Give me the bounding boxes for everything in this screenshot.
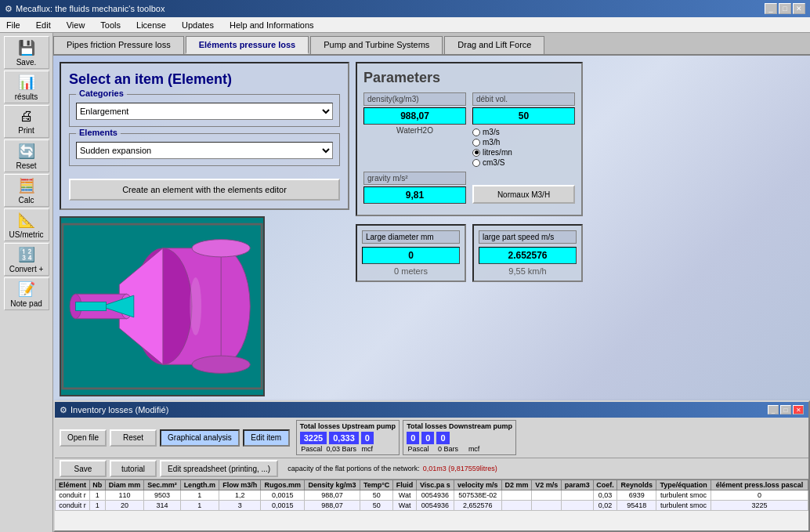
debit-label: débit vol. bbox=[472, 92, 575, 106]
gravity-label: gravity m/s² bbox=[363, 172, 466, 185]
menu-license[interactable]: License bbox=[133, 19, 169, 31]
large-speed-value[interactable]: 2.652576 bbox=[479, 247, 577, 264]
density-label: density(kg/m3) bbox=[363, 92, 466, 106]
radio-m3s[interactable]: m3/s bbox=[472, 128, 575, 136]
app-icon: ⚙ bbox=[5, 4, 13, 14]
sidebar-print[interactable]: 🖨 Print bbox=[4, 105, 49, 138]
col-coef: Coef. bbox=[593, 480, 617, 490]
radio-m3h-label: m3/h bbox=[483, 138, 500, 147]
menu-tools[interactable]: Tools bbox=[97, 19, 124, 31]
sidebar-notepad[interactable]: 📝 Note pad bbox=[4, 277, 49, 310]
menu-help[interactable]: Help and Informations bbox=[226, 19, 317, 31]
cell-param3-2 bbox=[561, 501, 593, 511]
bottom-reset-button[interactable]: Reset bbox=[110, 429, 157, 447]
large-diam-value[interactable]: 0 bbox=[362, 247, 460, 264]
upstream-val-2: 0,333 bbox=[329, 432, 359, 444]
radio-group: m3/s m3/h litres/mn bbox=[472, 128, 575, 167]
bottom-window: ⚙ Inventory losses (Modifié) _ □ ✕ Open … bbox=[53, 400, 810, 532]
cell-rugos-1: 0,0015 bbox=[261, 490, 305, 501]
cell-nb-2: 1 bbox=[89, 501, 105, 511]
debit-group: débit vol. 50 m3/s m3/h bbox=[472, 92, 575, 167]
maximize-btn[interactable]: □ bbox=[779, 3, 791, 14]
col-vel: velocity m/s bbox=[454, 480, 501, 490]
elements-group: Elements Sudden expansion bbox=[69, 133, 340, 166]
radio-litres-dot bbox=[472, 149, 480, 157]
radio-cm3[interactable]: cm3/S bbox=[472, 158, 575, 167]
downstream-losses-box: Total losses Downstream pump 0 0 0 Pasca… bbox=[403, 420, 516, 455]
graphical-analysis-button[interactable]: Graphical analysis bbox=[160, 429, 240, 447]
sidebar-save[interactable]: 💾 Save. bbox=[4, 36, 49, 69]
sidebar-usmetric[interactable]: 📐 US/metric bbox=[4, 208, 49, 241]
radio-cm3-dot bbox=[472, 159, 480, 167]
tab-drag[interactable]: Drag and Lift Force bbox=[444, 36, 544, 54]
downstream-unit-2: 0 Bars bbox=[432, 445, 464, 453]
sidebar-convert[interactable]: 🔢 Convert + bbox=[4, 243, 49, 276]
title-bar-controls[interactable]: _ □ ✕ bbox=[765, 3, 805, 14]
close-btn[interactable]: ✕ bbox=[793, 3, 805, 14]
radio-m3h[interactable]: m3/h bbox=[472, 138, 575, 147]
large-diam-label: Large diameter mm bbox=[362, 230, 460, 244]
edit-spreadsheet-button[interactable]: Edit spreadsheet (printing, ...) bbox=[160, 460, 278, 477]
tutorial-button[interactable]: tutorial bbox=[110, 460, 157, 477]
upstream-losses-box: Total losses Upstream pump 3225 0,333 0 … bbox=[296, 420, 400, 455]
upstream-units-row: Pascal 0,03 Bars mcf bbox=[300, 445, 396, 453]
sidebar-calc[interactable]: 🧮 Calc bbox=[4, 174, 49, 207]
cell-temp-1: 50 bbox=[360, 490, 393, 501]
tab-pump[interactable]: Pump and Turbine Systems bbox=[310, 36, 443, 54]
sidebar-reset[interactable]: 🔄 Reset bbox=[4, 139, 49, 172]
sidebar-results[interactable]: 📊 résults bbox=[4, 71, 49, 103]
bottom-close-btn[interactable]: ✕ bbox=[793, 405, 804, 414]
menu-updates[interactable]: Updates bbox=[179, 19, 217, 31]
table-row[interactable]: conduit r 1 20 314 1 3 0,0015 988,07 50 … bbox=[56, 501, 808, 511]
density-value[interactable]: 988,07 bbox=[363, 107, 466, 125]
cell-fluid-2: Wat bbox=[393, 501, 417, 511]
gravity-value[interactable]: 9,81 bbox=[363, 186, 466, 204]
downstream-val-3: 0 bbox=[436, 432, 449, 444]
cell-sec-2: 314 bbox=[144, 501, 180, 511]
menu-edit[interactable]: Edit bbox=[33, 19, 54, 31]
reset-icon: 🔄 bbox=[18, 143, 35, 160]
save-button[interactable]: Save bbox=[60, 460, 107, 477]
radio-litres-label: litres/mn bbox=[483, 148, 512, 157]
elements-dropdown[interactable]: Sudden expansion bbox=[76, 142, 333, 159]
cell-sec-1: 9503 bbox=[144, 490, 180, 501]
col-sec: Sec.mm² bbox=[144, 480, 180, 490]
categories-group: Categories Enlargement bbox=[69, 94, 340, 127]
bottom-maximize-btn[interactable]: □ bbox=[780, 405, 791, 414]
col-diam: Diam mm bbox=[105, 480, 144, 490]
cell-loss-1: 0 bbox=[711, 490, 808, 501]
categories-dropdown[interactable]: Enlargement bbox=[76, 103, 333, 120]
open-file-button[interactable]: Open file bbox=[60, 429, 107, 447]
edit-item-button[interactable]: Edit item bbox=[243, 429, 290, 447]
upstream-unit-3: mcf bbox=[360, 445, 375, 453]
sidebar: 💾 Save. 📊 résults 🖨 Print 🔄 Reset 🧮 Calc… bbox=[0, 33, 53, 532]
tab-pipes[interactable]: Pipes friction Pressure loss bbox=[53, 36, 184, 54]
minimize-btn[interactable]: _ bbox=[765, 3, 777, 14]
cell-len-1: 1 bbox=[180, 490, 219, 501]
cell-type-1: turbulent smoc bbox=[656, 490, 711, 501]
cell-d2-1 bbox=[501, 490, 532, 501]
normaux-button[interactable]: Normaux M3/H bbox=[472, 185, 575, 204]
menu-view[interactable]: View bbox=[63, 19, 89, 31]
cell-v2-2 bbox=[532, 501, 562, 511]
cell-vel-1: 507538E-02 bbox=[454, 490, 501, 501]
bottom-minimize-btn[interactable]: _ bbox=[768, 405, 779, 414]
cell-type-2: turbulent smoc bbox=[656, 501, 711, 511]
col-nb: Nb bbox=[89, 480, 105, 490]
select-item-box: Select an item (Element) Categories Enla… bbox=[60, 62, 349, 210]
menu-file[interactable]: File bbox=[3, 19, 24, 31]
cell-coef-1: 0,03 bbox=[593, 490, 617, 501]
downstream-losses-label: Total losses Downstream pump bbox=[407, 422, 512, 430]
data-table-container[interactable]: Elément Nb Diam mm Sec.mm² Length.m Flow… bbox=[55, 480, 808, 511]
upstream-val-1: 3225 bbox=[300, 432, 327, 444]
large-speed-sub: 9,55 km/h bbox=[479, 266, 577, 276]
debit-value[interactable]: 50 bbox=[472, 107, 575, 125]
bottom-controls[interactable]: _ □ ✕ bbox=[768, 405, 804, 414]
radio-litres[interactable]: litres/mn bbox=[472, 148, 575, 157]
sidebar-reset-label: Reset bbox=[16, 161, 36, 170]
calc-icon: 🧮 bbox=[18, 177, 35, 194]
tab-elements[interactable]: Eléments pressure loss bbox=[186, 36, 309, 54]
large-diam-group: Large diameter mm 0 0 meters bbox=[356, 224, 466, 282]
table-row[interactable]: conduit r 1 110 9503 1 1,2 0,0015 988,07… bbox=[56, 490, 808, 501]
create-element-button[interactable]: Create an element with the elements edit… bbox=[69, 179, 340, 201]
